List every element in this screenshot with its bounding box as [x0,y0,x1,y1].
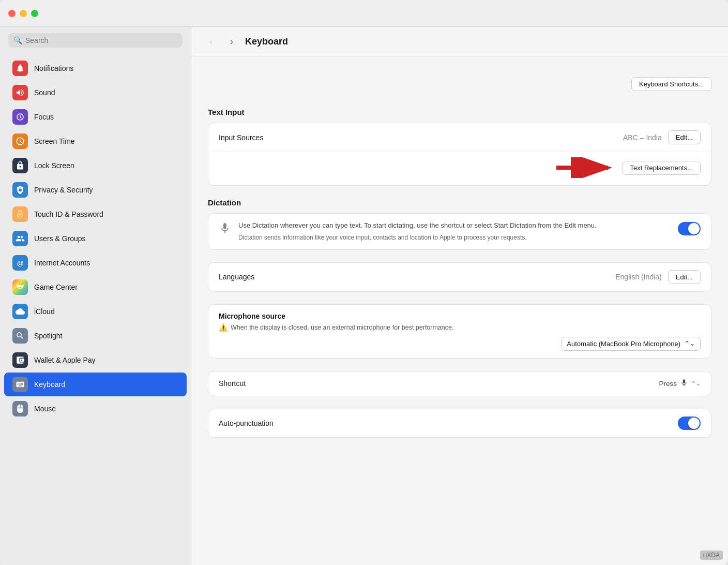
dictation-section: Dictation Use Dictation wherever you can… [208,198,711,250]
content-header: ‹ › Keyboard [191,27,728,56]
sidebar-item-label: Notifications [34,64,73,72]
close-button[interactable] [8,10,16,17]
sidebar-item-lockscreen[interactable]: Lock Screen [4,154,187,177]
mic-source-dropdown-row: Automatic (MacBook Pro Microphone) ⌃⌄ [219,337,701,351]
dictation-content: Use Dictation wherever you can type text… [208,214,711,249]
text-replacements-button[interactable]: Text Replacements... [623,161,701,175]
mic-source-card: Microphone source ⚠️ When the display is… [208,304,711,359]
shortcut-card: Shortcut Press ⌃⌄ [208,371,711,396]
sidebar-item-wallet[interactable]: Wallet & Apple Pay [4,348,187,372]
dictation-sub-text: Dictation sends information like your vo… [238,233,671,242]
shortcut-prefix: Press [659,380,677,388]
sidebar-item-label: iCloud [34,307,55,316]
warning-icon: ⚠️ [219,323,228,332]
privacy-icon [12,182,28,198]
sidebar-item-label: Lock Screen [34,161,74,170]
search-icon: 🔍 [13,36,22,44]
search-input[interactable] [25,36,177,44]
mic-source-warning-text: When the display is closed, use an exter… [231,324,453,331]
sidebar-item-sound[interactable]: Sound [4,81,187,105]
sidebar-item-label: Game Center [34,283,78,291]
input-sources-edit-button[interactable]: Edit... [668,130,701,144]
sidebar-item-notifications[interactable]: Notifications [4,56,187,80]
dictation-title: Dictation [208,198,711,207]
dictation-toggle[interactable] [678,222,701,235]
maximize-button[interactable] [31,10,38,17]
screentime-icon [12,133,28,149]
languages-value: English (India) [615,273,662,281]
dictation-text: Use Dictation wherever you can type text… [238,221,671,242]
shortcut-chevron-icon: ⌃⌄ [691,380,701,387]
keyboard-shortcuts-button[interactable]: Keyboard Shortcuts... [631,77,711,91]
traffic-lights [8,10,38,17]
lockscreen-icon [12,158,28,173]
sidebar-item-internet[interactable]: @ Internet Accounts [4,251,187,275]
internet-icon: @ [12,255,28,271]
sidebar-item-label: Sound [34,88,55,97]
text-input-card: Input Sources ABC – India Edit... [208,123,711,186]
content-body: Keyboard Shortcuts... Text Input Input S… [191,56,728,450]
auto-punctuation-toggle[interactable] [678,417,701,430]
sidebar-item-spotlight[interactable]: Spotlight [4,324,187,348]
back-button[interactable]: ‹ [204,34,218,49]
sidebar-item-label: Internet Accounts [34,259,90,267]
sidebar-item-label: Focus [34,113,54,121]
languages-edit-button[interactable]: Edit... [668,270,701,284]
auto-punctuation-row: Auto-punctuation [208,409,711,437]
shortcut-value: Press ⌃⌄ [659,379,701,389]
input-sources-label: Input Sources [219,133,623,142]
sidebar-item-mouse[interactable]: Mouse [4,397,187,421]
sidebar: 🔍 Notifications Sound [0,27,191,565]
auto-punctuation-label: Auto-punctuation [219,419,678,427]
input-sources-row: Input Sources ABC – India Edit... [208,123,711,152]
minimize-button[interactable] [20,10,27,17]
chevron-updown-icon: ⌃⌄ [685,340,695,347]
shortcut-mic-icon [680,379,688,389]
text-input-section: Text Input Input Sources ABC – India Edi… [208,108,711,186]
main-layout: 🔍 Notifications Sound [0,27,728,565]
microphone-icon [219,222,231,237]
sidebar-item-gamecenter[interactable]: Game Center [4,275,187,299]
gamecenter-icon [12,279,28,295]
content-area: ‹ › Keyboard Keyboard Shortcuts... Text … [191,27,728,565]
red-arrow-indicator: Text Replacements... [219,157,701,178]
dictation-card: Use Dictation wherever you can type text… [208,213,711,250]
sidebar-item-label: Touch ID & Password [34,210,103,218]
search-box[interactable]: 🔍 [8,33,183,48]
mic-source-value: Automatic (MacBook Pro Microphone) [567,340,680,348]
sidebar-item-label: Wallet & Apple Pay [34,356,96,364]
dictation-main-text: Use Dictation wherever you can type text… [238,221,671,230]
mic-source-warning: ⚠️ When the display is closed, use an ex… [219,323,701,332]
text-replacements-row: Text Replacements... [208,152,711,185]
languages-label: Languages [219,273,615,281]
sidebar-item-touchid[interactable]: Touch ID & Password [4,202,187,226]
mic-source-select[interactable]: Automatic (MacBook Pro Microphone) ⌃⌄ [561,337,701,351]
touchid-icon [12,206,28,222]
sidebar-item-users[interactable]: Users & Groups [4,227,187,250]
sidebar-item-label: Screen Time [34,137,75,145]
mic-source-title: Microphone source [219,312,701,320]
sidebar-item-label: Users & Groups [34,234,86,243]
languages-row: Languages English (India) Edit... [208,263,711,291]
icloud-icon [12,304,28,319]
window: 🔍 Notifications Sound [0,0,728,565]
page-title: Keyboard [245,36,288,47]
sidebar-item-focus[interactable]: Focus [4,105,187,129]
spotlight-icon [12,328,28,344]
sidebar-item-privacy[interactable]: Privacy & Security [4,178,187,202]
sidebar-item-icloud[interactable]: iCloud [4,300,187,323]
xda-watermark: □XDA [700,551,723,560]
mouse-icon [12,401,28,417]
sidebar-item-label: Privacy & Security [34,186,93,194]
dictation-toggle-area [678,221,701,235]
input-sources-value: ABC – India [623,133,662,142]
top-section: Keyboard Shortcuts... [208,69,711,95]
sidebar-item-keyboard[interactable]: Keyboard [4,373,187,396]
sidebar-item-screentime[interactable]: Screen Time [4,129,187,153]
sidebar-item-label: Spotlight [34,332,62,340]
sidebar-item-label: Keyboard [34,380,65,389]
shortcut-row: Shortcut Press ⌃⌄ [208,371,711,396]
forward-button[interactable]: › [224,34,239,49]
wallet-icon [12,352,28,368]
sidebar-items: Notifications Sound Focus [0,54,191,565]
